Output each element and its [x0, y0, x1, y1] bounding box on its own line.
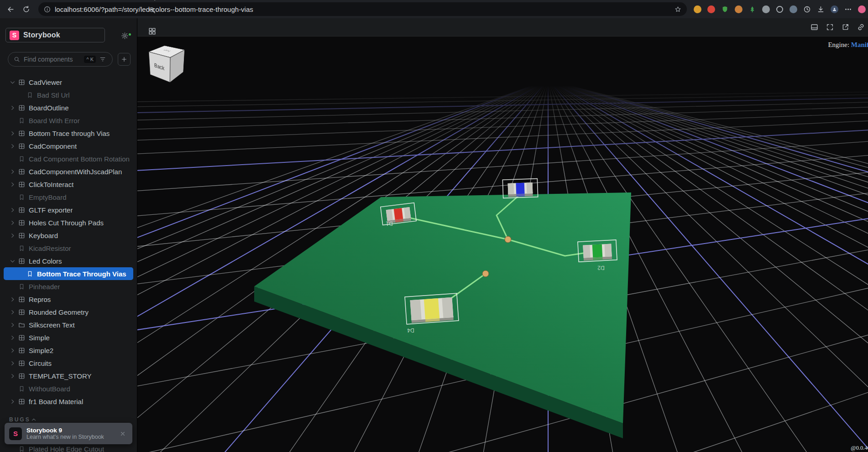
chevron-right-icon[interactable]	[9, 207, 16, 213]
gizmo-cube: Top Back	[157, 48, 178, 77]
chevron-down-icon[interactable]	[9, 258, 16, 265]
browser-chrome: localhost:6006/?path=/story/led-colors--…	[0, 0, 868, 18]
sidebar-item-cadcomponent[interactable]: CadComponent	[4, 140, 133, 152]
collapse-section-icon[interactable]	[31, 416, 37, 423]
chevron-right-icon[interactable]	[9, 347, 16, 354]
dots-icon	[844, 5, 852, 13]
zoom-reset-icon	[148, 6, 156, 14]
sidebar-item-rounded-geometry[interactable]: Rounded Geometry	[4, 306, 133, 318]
sidebar-item-bottom-trace-through-vias[interactable]: Bottom Trace Through Vias	[4, 267, 133, 280]
sidebar-item-gltf-exporter[interactable]: GLTF exporter	[4, 203, 133, 216]
orientation-gizmo[interactable]: Top Back	[155, 50, 179, 75]
sidebar-item-boardoutline[interactable]: BoardOutline	[4, 101, 133, 114]
chevron-right-icon[interactable]	[9, 232, 16, 239]
extension-shield[interactable]	[720, 4, 730, 15]
component-icon	[18, 207, 25, 213]
chevron-right-icon[interactable]	[9, 181, 16, 188]
zoom-out-button[interactable]	[146, 0, 158, 4]
component-icon	[18, 79, 25, 86]
sidebar-item-pinheader[interactable]: Pinheader	[4, 280, 133, 293]
site-info-icon[interactable]	[44, 6, 51, 13]
component-icon	[18, 104, 25, 111]
chevron-right-icon[interactable]	[9, 309, 16, 316]
sidebar-item-simple[interactable]: Simple	[4, 331, 133, 344]
chevron-right-icon[interactable]	[9, 296, 16, 303]
link-button[interactable]	[854, 21, 867, 34]
sidebar-item-label: Pinheader	[29, 283, 60, 291]
sidebar-item-fr1-board-material[interactable]: fr1 Board Material	[4, 395, 133, 408]
history[interactable]	[802, 4, 812, 15]
chevron-right-icon[interactable]	[9, 398, 16, 405]
sidebar-item-bottom-trace-through-vias[interactable]: Bottom Trace through Vias	[4, 127, 133, 140]
sidebar-item-emptyboard[interactable]: EmptyBoard	[4, 191, 133, 203]
sidebar-item-withoutboard[interactable]: WithoutBoard	[4, 382, 133, 395]
grid-button[interactable]	[146, 25, 158, 38]
sidebar-item-holes-cut-through-pads[interactable]: Holes Cut Through Pads	[4, 216, 133, 229]
profile-avatar[interactable]	[829, 4, 840, 15]
component-icon	[18, 309, 25, 316]
sidebar-item-cadcomponentwithjscadplan[interactable]: CadComponentWithJscadPlan	[4, 165, 133, 178]
3d-scene[interactable]: D1D2D4	[137, 36, 868, 452]
refresh-button[interactable]	[19, 2, 33, 16]
sidebar-item-circuits[interactable]: Circuits	[4, 357, 133, 369]
address-bar[interactable]: localhost:6006/?path=/story/led-colors--…	[38, 2, 687, 16]
sidebar-item-kicadresistor[interactable]: KicadResistor	[4, 242, 133, 255]
browser-menu[interactable]	[843, 4, 853, 15]
sidebar-item-silkscreen-text[interactable]: Silkscreen Text	[4, 318, 133, 331]
account[interactable]	[857, 4, 867, 15]
sidebar-item-cadviewer[interactable]: CadViewer	[4, 76, 133, 88]
sidebar-item-label: Bad Stl Url	[37, 91, 70, 99]
toolbar-right-group	[805, 21, 868, 34]
chevron-right-icon[interactable]	[9, 168, 16, 175]
story-viewport[interactable]: D1D2D4 Top Back Engine: Manifold @0.0.40	[137, 36, 868, 452]
sidebar-item-cad-component-bottom-rotation[interactable]: Cad Component Bottom Rotation	[4, 152, 133, 165]
chevron-right-icon[interactable]	[9, 322, 16, 328]
chevron-down-icon[interactable]	[9, 79, 16, 86]
storybook-brand[interactable]: S Storybook	[5, 28, 105, 42]
settings-button[interactable]	[121, 31, 130, 40]
extension-icon-4[interactable]	[761, 4, 771, 15]
sidebar-item-led-colors[interactable]: Led Colors	[4, 255, 133, 267]
sidebar-item-clicktointeract[interactable]: ClickToInteract	[4, 178, 133, 191]
chevron-right-icon[interactable]	[9, 143, 16, 150]
extension-icon-6[interactable]	[788, 4, 799, 15]
extension-icon-1-glyph	[694, 5, 701, 13]
filter-button[interactable]	[99, 55, 108, 63]
indent-spacer	[9, 385, 16, 392]
sidebar-item-template-story[interactable]: TEMPLATE_STORY	[4, 369, 133, 382]
sidebar-item-board-with-error[interactable]: Board With Error	[4, 114, 133, 127]
sidebar-item-label: CadComponent	[29, 142, 77, 150]
extension-icon-1[interactable]	[692, 4, 703, 15]
chevron-right-icon[interactable]	[9, 360, 16, 367]
chevron-right-icon[interactable]	[9, 104, 16, 111]
zoom-reset-button[interactable]	[146, 4, 158, 17]
panel-bottom-button[interactable]	[808, 21, 821, 34]
component-icon	[18, 360, 25, 367]
search-input[interactable]: Find components ^ K	[8, 52, 113, 67]
engine-name-link[interactable]: Manifold	[851, 41, 868, 48]
whats-new-toast[interactable]: S Storybook 9 Learn what's new in Storyb…	[5, 423, 132, 444]
sidebar-item-keyboard[interactable]: Keyboard	[4, 229, 133, 242]
toast-close-button[interactable]	[120, 430, 128, 438]
sidebar-item-bad-stl-url[interactable]: Bad Stl Url	[4, 88, 133, 101]
extension-icon-3[interactable]	[733, 4, 744, 15]
chevron-right-icon[interactable]	[9, 130, 16, 137]
sidebar-item-repros[interactable]: Repros	[4, 293, 133, 306]
indent-spacer	[9, 245, 16, 252]
canvas-toolbar	[137, 18, 868, 36]
fullscreen-button[interactable]	[823, 21, 836, 34]
external-button[interactable]	[839, 21, 852, 34]
downloads[interactable]	[816, 4, 826, 15]
chevron-right-icon[interactable]	[9, 334, 16, 341]
back-button[interactable]	[4, 2, 17, 16]
story-icon	[18, 446, 25, 452]
create-story-button[interactable]	[118, 53, 131, 66]
sidebar-item-simple2[interactable]: Simple2	[4, 344, 133, 357]
extension-tree[interactable]	[747, 4, 758, 15]
bookmark-star-icon[interactable]	[675, 6, 681, 13]
extension-icon-2[interactable]	[706, 4, 716, 15]
chevron-right-icon[interactable]	[9, 373, 16, 379]
story-icon	[26, 92, 33, 99]
chevron-right-icon[interactable]	[9, 219, 16, 226]
extension-icon-5[interactable]	[774, 4, 785, 15]
